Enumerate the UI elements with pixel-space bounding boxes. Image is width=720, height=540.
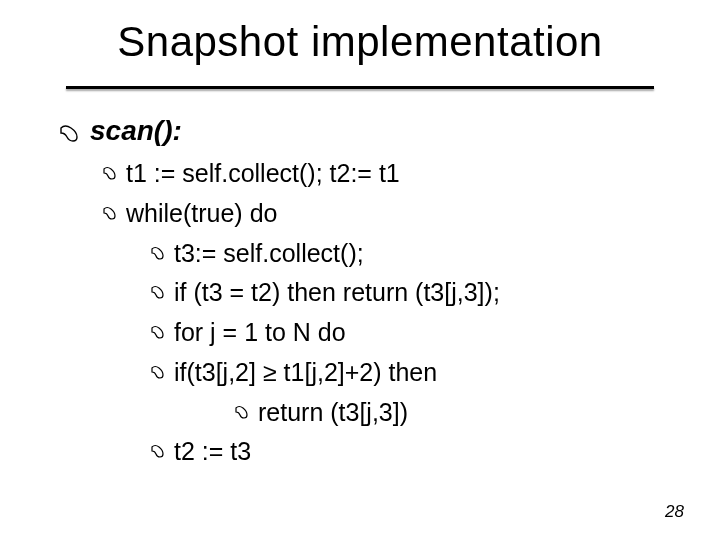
slide: Snapshot implementation scan(): t1 := se… xyxy=(0,0,720,540)
page-number: 28 xyxy=(665,502,684,522)
page-number-text: 28 xyxy=(665,502,684,521)
bullet-icon xyxy=(150,324,166,340)
line-3-text: t3:= self.collect(); xyxy=(174,237,680,271)
slide-body: scan(): t1 := self.collect(); t2:= t1 wh… xyxy=(58,115,680,475)
title-text: Snapshot implementation xyxy=(117,18,602,65)
scan-heading-text: scan(): xyxy=(90,115,680,147)
bullet-icon xyxy=(58,122,80,144)
bullet-line-4: if (t3 = t2) then return (t3[j,3]); xyxy=(150,276,680,310)
line-5-text: for j = 1 to N do xyxy=(174,316,680,350)
bullet-icon xyxy=(234,404,250,420)
line-7-text: return (t3[j,3]) xyxy=(258,396,680,430)
bullet-line-1: t1 := self.collect(); t2:= t1 xyxy=(102,157,680,191)
bullet-line-6: if(t3[j,2] ≥ t1[j,2]+2) then xyxy=(150,356,680,390)
slide-title: Snapshot implementation xyxy=(0,18,720,66)
bullet-icon xyxy=(150,245,166,261)
bullet-line-2: while(true) do xyxy=(102,197,680,231)
line-1-text: t1 := self.collect(); t2:= t1 xyxy=(126,157,680,191)
bullet-line-8: t2 := t3 xyxy=(150,435,680,469)
bullet-icon xyxy=(102,205,118,221)
bullet-icon xyxy=(150,284,166,300)
bullet-icon xyxy=(150,364,166,380)
line-6-text: if(t3[j,2] ≥ t1[j,2]+2) then xyxy=(174,356,680,390)
bullet-line-7: return (t3[j,3]) xyxy=(234,396,680,430)
line-2-text: while(true) do xyxy=(126,197,680,231)
line-8-text: t2 := t3 xyxy=(174,435,680,469)
line-4-text: if (t3 = t2) then return (t3[j,3]); xyxy=(174,276,680,310)
bullet-icon xyxy=(102,165,118,181)
bullet-scan-heading: scan(): xyxy=(58,115,680,147)
title-underline xyxy=(66,86,654,89)
bullet-icon xyxy=(150,443,166,459)
bullet-line-3: t3:= self.collect(); xyxy=(150,237,680,271)
bullet-line-5: for j = 1 to N do xyxy=(150,316,680,350)
